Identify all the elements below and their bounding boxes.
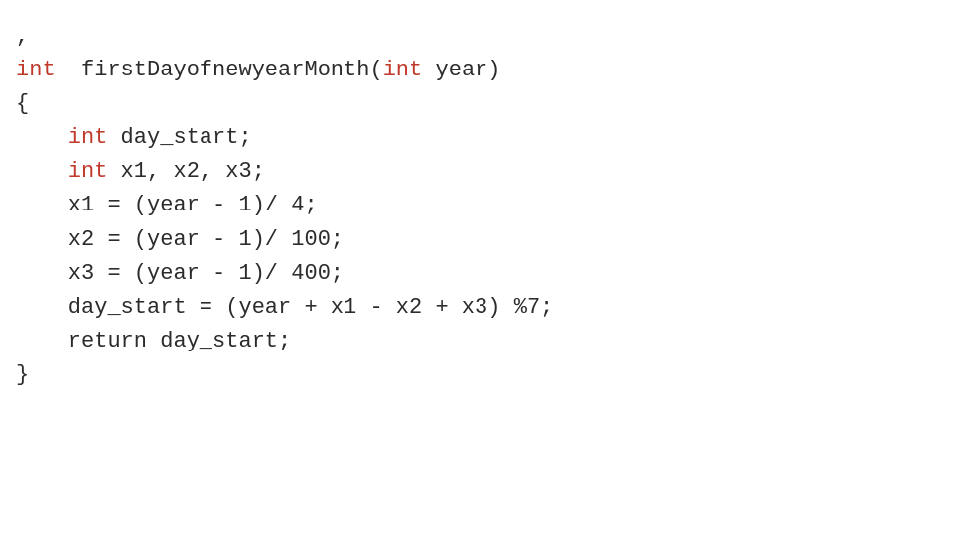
plain-token bbox=[16, 159, 69, 184]
plain-token: firstDayofnewyearMonth( bbox=[56, 58, 383, 82]
code-block: ,int firstDayofnewyearMonth(int year){ i… bbox=[0, 0, 965, 560]
code-line: , bbox=[16, 20, 945, 54]
code-line: int day_start; bbox=[16, 121, 945, 155]
code-line: } bbox=[16, 358, 945, 392]
plain-token: x3 = (year - 1)/ 400; bbox=[16, 261, 344, 286]
keyword-token: int bbox=[383, 58, 423, 82]
keyword-token: int bbox=[69, 159, 108, 184]
plain-token: x1 = (year - 1)/ 4; bbox=[16, 193, 318, 217]
plain-token: } bbox=[16, 362, 29, 387]
plain-token: { bbox=[16, 91, 29, 116]
keyword-token: int bbox=[16, 58, 56, 82]
plain-token: x2 = (year - 1)/ 100; bbox=[16, 227, 344, 252]
code-line: x3 = (year - 1)/ 400; bbox=[16, 257, 945, 291]
plain-token: day_start = (year + x1 - x2 + x3) %7; bbox=[16, 295, 553, 320]
code-line: int x1, x2, x3; bbox=[16, 155, 945, 189]
code-line: day_start = (year + x1 - x2 + x3) %7; bbox=[16, 291, 945, 325]
plain-token bbox=[16, 125, 69, 150]
plain-token: return day_start; bbox=[16, 329, 291, 353]
keyword-token: int bbox=[69, 125, 108, 150]
code-line: return day_start; bbox=[16, 325, 945, 358]
plain-token: x1, x2, x3; bbox=[107, 159, 264, 184]
code-line: x2 = (year - 1)/ 100; bbox=[16, 223, 945, 257]
plain-token: year) bbox=[422, 58, 500, 82]
code-line: x1 = (year - 1)/ 4; bbox=[16, 189, 945, 222]
code-line: int firstDayofnewyearMonth(int year) bbox=[16, 54, 945, 87]
plain-token: day_start; bbox=[107, 125, 251, 150]
code-line: { bbox=[16, 87, 945, 121]
plain-token: , bbox=[16, 24, 29, 49]
